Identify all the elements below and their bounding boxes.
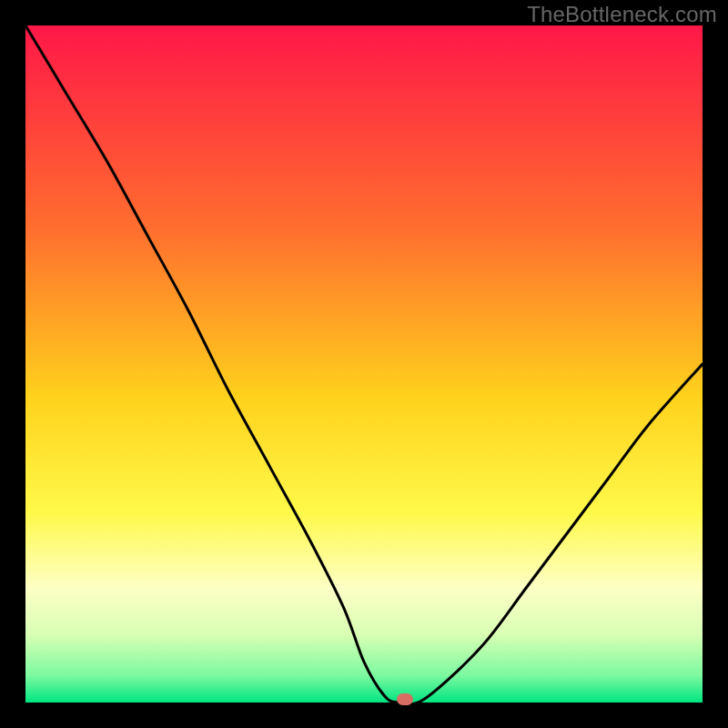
watermark-text: TheBottleneck.com: [527, 2, 717, 27]
gradient-background: [25, 25, 703, 703]
bottleneck-chart: [25, 25, 703, 703]
chart-frame: TheBottleneck.com: [0, 0, 728, 728]
optimal-point-marker: [397, 693, 413, 705]
